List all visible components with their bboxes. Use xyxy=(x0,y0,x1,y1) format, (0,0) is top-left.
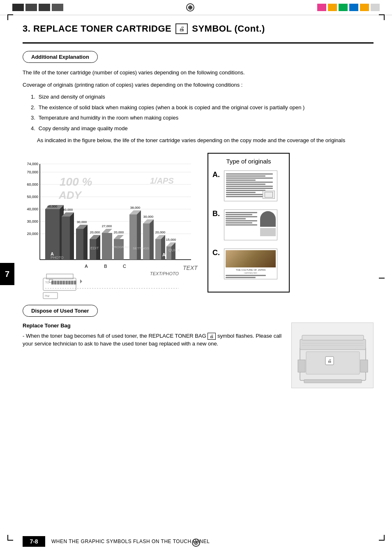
reg-block-2 xyxy=(25,4,37,11)
chapter-suffix: SYMBOL (Cont.) xyxy=(192,23,265,34)
paragraph-1: The life of the toner cartridge (number … xyxy=(23,69,374,77)
reg-marks-right xyxy=(317,4,380,11)
svg-text:50,000: 50,000 xyxy=(27,195,38,199)
svg-text:PROGRAM: PROGRAM xyxy=(112,245,129,249)
reg-block-1 xyxy=(12,4,24,11)
svg-text:TEXT: TEXT xyxy=(183,265,198,271)
svg-text:TEXT/PHOTO: TEXT/PHOTO xyxy=(150,271,179,276)
svg-marker-52 xyxy=(114,235,124,239)
svg-text:B: B xyxy=(104,264,107,269)
chapter-title: 3. REPLACE TONER CARTRIDGE xyxy=(23,23,171,34)
svg-text:7N/: 7N/ xyxy=(44,294,50,298)
svg-text:30,000: 30,000 xyxy=(143,215,154,219)
svg-text:40,000: 40,000 xyxy=(27,207,38,211)
svg-text:40,000: 40,000 xyxy=(63,208,73,212)
svg-text:20,000: 20,000 xyxy=(90,230,100,234)
svg-text:46,000: 46,000 xyxy=(47,205,58,208)
chapter-number: 3 xyxy=(23,23,28,34)
svg-rect-86 xyxy=(302,335,364,340)
chart-section: 74,000 70,000 60,000 50,000 40,000 30,00… xyxy=(23,153,374,297)
svg-text:ADY: ADY xyxy=(58,189,83,201)
svg-marker-26 xyxy=(83,225,88,260)
svg-text:74,000: 74,000 xyxy=(27,162,38,166)
svg-text:60,000: 60,000 xyxy=(27,182,38,187)
chart-svg: 74,000 70,000 60,000 50,000 40,000 30,00… xyxy=(23,153,199,301)
main-content: 3. REPLACE TONER CARTRIDGE 🖨 SYMBOL (Con… xyxy=(0,17,392,413)
type-of-originals-panel: Type of originals A. xyxy=(208,153,290,292)
color-block-yellow xyxy=(328,4,337,11)
top-registration-bar: ⊕ xyxy=(0,0,392,15)
color-block-orange xyxy=(360,4,369,11)
svg-text:38,000: 38,000 xyxy=(130,206,141,210)
type-label-c: C. xyxy=(212,249,221,257)
dispose-box: Dispose of Used Toner xyxy=(23,305,98,317)
svg-marker-22 xyxy=(70,212,74,260)
svg-rect-79 xyxy=(300,339,366,350)
svg-text:PHOTO: PHOTO xyxy=(51,256,64,260)
svg-text:EDIT: EDIT xyxy=(90,246,99,250)
toner-symbol-box: 🖨 xyxy=(175,23,188,34)
svg-text:30,000: 30,000 xyxy=(27,219,38,223)
svg-text:🖨: 🖨 xyxy=(327,359,332,363)
type-image-a xyxy=(224,170,277,201)
svg-text:30,000: 30,000 xyxy=(77,220,87,224)
type-item-c: C. THE CULTURE OF JAPAN - summary text - xyxy=(212,249,285,279)
explanation-box-label: Additional Explanation xyxy=(31,54,89,60)
dispose-box-label: Dispose of Used Toner xyxy=(31,308,89,314)
list-item: 2.The existence of solid black when maki… xyxy=(31,104,374,112)
svg-text:27,000: 27,000 xyxy=(102,224,112,228)
svg-rect-51 xyxy=(114,239,124,260)
svg-marker-49 xyxy=(102,229,112,233)
additional-note: As indicated in the figure below, the li… xyxy=(37,136,374,145)
svg-text:20,000: 20,000 xyxy=(114,230,124,234)
svg-marker-34 xyxy=(137,210,141,260)
list-item: 3.Temperature and humidity in the room w… xyxy=(31,114,374,122)
conditions-list: 1.Size and density of originals 2.The ex… xyxy=(31,93,374,132)
type-image-c: THE CULTURE OF JAPAN - summary text - xyxy=(224,249,277,279)
list-item: 1.Size and density of originals xyxy=(31,93,374,101)
svg-marker-38 xyxy=(150,219,154,260)
corner-mark-tl xyxy=(7,14,13,20)
page-number: 7-8 xyxy=(23,536,45,547)
toner-bag-symbol: 🖨 xyxy=(208,333,216,340)
color-block-green xyxy=(339,4,348,11)
paragraph-2: Coverage of originals (printing ration o… xyxy=(23,81,374,89)
svg-rect-80 xyxy=(298,360,305,372)
svg-rect-85 xyxy=(304,380,362,383)
list-item: 4.Copy density and image quality mode xyxy=(31,124,374,133)
copier-svg: 🖨 xyxy=(292,323,374,389)
svg-text:▓▓▓▓▓▓▓▓▓: ▓▓▓▓▓▓▓▓▓ xyxy=(51,281,77,285)
svg-text:100 %: 100 % xyxy=(60,175,92,188)
svg-text:C: C xyxy=(123,264,126,269)
side-tab: 7 xyxy=(0,263,14,285)
replace-section: Replace Toner Bag - When the toner bag b… xyxy=(23,322,374,388)
reg-circle-top: ⊕ xyxy=(186,3,194,12)
bottom-reg-circle: ⊕ xyxy=(192,539,200,547)
reg-marks-left xyxy=(12,4,63,11)
replace-desc: - When the toner bag becomes full of use… xyxy=(23,332,283,348)
svg-text:20,000: 20,000 xyxy=(155,230,166,234)
additional-explanation-box: Additional Explanation xyxy=(23,51,98,63)
reg-block-3 xyxy=(39,4,50,11)
type-item-a: A. xyxy=(212,170,285,201)
type-item-b: B. xyxy=(212,210,285,240)
svg-text:20,000: 20,000 xyxy=(27,232,38,236)
svg-rect-81 xyxy=(360,360,368,372)
section-divider xyxy=(23,42,374,44)
svg-text:A: A xyxy=(85,264,88,269)
svg-text:70,000: 70,000 xyxy=(27,170,38,174)
color-block-magenta xyxy=(317,4,326,11)
chapter-title-text: REPLACE TONER CARTRIDGE xyxy=(33,23,171,34)
replace-title: Replace Toner Bag xyxy=(23,322,283,329)
svg-text:1/APS: 1/APS xyxy=(150,176,174,185)
type-image-b xyxy=(224,210,277,240)
svg-rect-48 xyxy=(102,233,112,260)
svg-text:QUICK: QUICK xyxy=(168,248,180,252)
svg-rect-69 xyxy=(43,278,76,290)
type-label-b: B. xyxy=(212,210,221,218)
side-mark-right xyxy=(379,278,385,279)
type-label-a: A. xyxy=(212,170,221,179)
svg-text:SETTINGS: SETTINGS xyxy=(133,246,149,250)
bar-chart: 74,000 70,000 60,000 50,000 40,000 30,00… xyxy=(23,153,199,297)
reg-block-4 xyxy=(52,4,63,11)
